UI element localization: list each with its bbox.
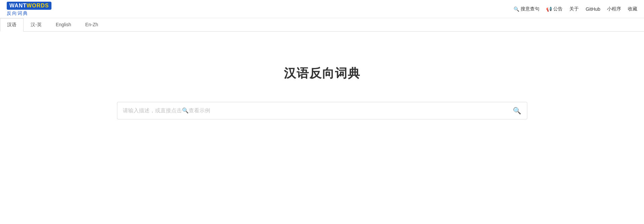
nav-search-label: 搜意查句 <box>521 6 539 12</box>
nav-about[interactable]: 关于 <box>569 6 579 12</box>
search-small-icon: 🔍 <box>514 6 519 12</box>
tab-zh-en[interactable]: 汉-英 <box>24 18 49 32</box>
nav-search-link[interactable]: 🔍 搜意查句 <box>514 6 539 12</box>
search-input-wrapper <box>117 102 507 119</box>
search-icon: 🔍 <box>513 107 521 115</box>
nav-github[interactable]: GitHub <box>585 6 600 12</box>
tab-english[interactable]: English <box>49 18 78 32</box>
top-nav: 🔍 搜意查句 📢 公告 关于 GitHub 小程序 收藏 <box>514 6 637 12</box>
main-content: 汉语反向词典 🔍 <box>0 32 644 119</box>
nav-announcement-label: 公告 <box>553 6 563 12</box>
logo-badge: WANTWORDS <box>7 2 51 10</box>
search-button[interactable]: 🔍 <box>507 102 527 119</box>
page-title: 汉语反向词典 <box>284 65 361 82</box>
header: WANTWORDS 反向词典 🔍 搜意查句 📢 公告 关于 GitHub 小程序… <box>0 0 644 18</box>
logo-words: WORDS <box>27 3 49 8</box>
tab-zh[interactable]: 汉语 <box>0 18 24 32</box>
nav-miniapp[interactable]: 小程序 <box>607 6 621 12</box>
nav-bookmark[interactable]: 收藏 <box>628 6 637 12</box>
search-area: 🔍 <box>117 102 527 119</box>
nav-announcement[interactable]: 📢 公告 <box>546 6 563 12</box>
logo-subtitle: 反向词典 <box>7 10 28 16</box>
logo-area[interactable]: WANTWORDS 反向词典 <box>7 2 51 16</box>
tabs-bar: 汉语 汉-英 English En-Zh <box>0 18 644 32</box>
tab-en-zh[interactable]: En-Zh <box>78 18 105 32</box>
search-input[interactable] <box>123 108 502 114</box>
logo-want: WANT <box>9 3 27 8</box>
megaphone-icon: 📢 <box>546 6 552 12</box>
